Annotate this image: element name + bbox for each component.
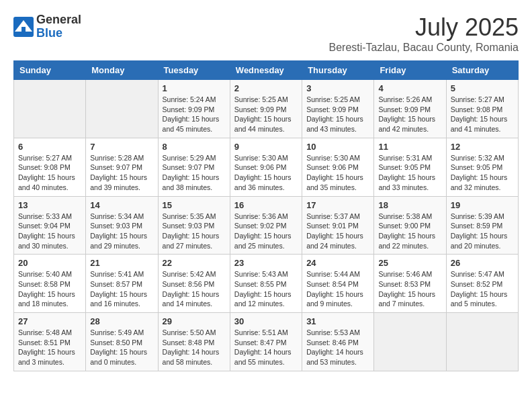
calendar-cell: 3Sunrise: 5:25 AMSunset: 9:09 PMDaylight…	[302, 80, 374, 138]
day-info: Sunrise: 5:39 AMSunset: 8:59 PMDaylight:…	[451, 212, 514, 251]
day-info: Sunrise: 5:48 AMSunset: 8:51 PMDaylight:…	[18, 328, 81, 367]
day-number: 1	[163, 83, 226, 93]
day-number: 29	[163, 316, 226, 326]
calendar-cell: 26Sunrise: 5:47 AMSunset: 8:52 PMDayligh…	[446, 255, 518, 313]
location-title: Beresti-Tazlau, Bacau County, Romania	[328, 42, 519, 54]
calendar-cell: 10Sunrise: 5:30 AMSunset: 9:06 PMDayligh…	[302, 138, 374, 196]
day-info: Sunrise: 5:41 AMSunset: 8:57 PMDaylight:…	[90, 269, 153, 309]
calendar-cell: 1Sunrise: 5:24 AMSunset: 9:09 PMDaylight…	[158, 80, 230, 138]
weekday-header-friday: Friday	[374, 61, 446, 80]
calendar-cell: 22Sunrise: 5:42 AMSunset: 8:56 PMDayligh…	[158, 255, 230, 313]
calendar-cell: 17Sunrise: 5:37 AMSunset: 9:01 PMDayligh…	[302, 196, 374, 255]
day-number: 25	[378, 258, 441, 268]
weekday-header-thursday: Thursday	[302, 61, 374, 80]
day-info: Sunrise: 5:37 AMSunset: 9:01 PMDaylight:…	[306, 212, 369, 251]
calendar-cell: 19Sunrise: 5:39 AMSunset: 8:59 PMDayligh…	[446, 196, 518, 255]
calendar-cell: 21Sunrise: 5:41 AMSunset: 8:57 PMDayligh…	[86, 255, 158, 313]
day-number: 7	[90, 142, 153, 152]
calendar-cell: 20Sunrise: 5:40 AMSunset: 8:58 PMDayligh…	[14, 255, 86, 313]
day-number: 3	[306, 83, 369, 93]
calendar-cell: 2Sunrise: 5:25 AMSunset: 9:09 PMDaylight…	[230, 80, 302, 138]
calendar-cell: 29Sunrise: 5:50 AMSunset: 8:48 PMDayligh…	[158, 313, 230, 371]
day-number: 19	[451, 200, 514, 210]
day-info: Sunrise: 5:43 AMSunset: 8:55 PMDaylight:…	[234, 269, 298, 309]
day-number: 16	[234, 200, 298, 210]
day-number: 9	[234, 142, 298, 152]
calendar-cell: 30Sunrise: 5:51 AMSunset: 8:47 PMDayligh…	[230, 313, 302, 371]
day-info: Sunrise: 5:38 AMSunset: 9:00 PMDaylight:…	[378, 212, 441, 251]
calendar-cell	[86, 80, 158, 138]
day-number: 11	[378, 142, 441, 152]
logo-text: General Blue	[36, 13, 81, 40]
logo-general-text: General	[36, 13, 81, 27]
day-number: 14	[90, 200, 153, 210]
calendar-cell: 31Sunrise: 5:53 AMSunset: 8:46 PMDayligh…	[302, 313, 374, 371]
day-info: Sunrise: 5:28 AMSunset: 9:07 PMDaylight:…	[90, 153, 153, 193]
day-info: Sunrise: 5:30 AMSunset: 9:06 PMDaylight:…	[234, 153, 298, 193]
day-info: Sunrise: 5:25 AMSunset: 9:09 PMDaylight:…	[306, 95, 369, 134]
day-info: Sunrise: 5:46 AMSunset: 8:53 PMDaylight:…	[378, 269, 441, 309]
calendar-cell: 11Sunrise: 5:31 AMSunset: 9:05 PMDayligh…	[374, 138, 446, 196]
day-number: 23	[234, 258, 298, 268]
day-info: Sunrise: 5:32 AMSunset: 9:05 PMDaylight:…	[451, 153, 514, 193]
day-number: 5	[451, 83, 514, 93]
weekday-header-saturday: Saturday	[446, 61, 518, 80]
day-number: 8	[163, 142, 226, 152]
calendar-cell: 12Sunrise: 5:32 AMSunset: 9:05 PMDayligh…	[446, 138, 518, 196]
weekday-header-tuesday: Tuesday	[158, 61, 230, 80]
day-info: Sunrise: 5:30 AMSunset: 9:06 PMDaylight:…	[306, 153, 369, 193]
day-number: 28	[90, 316, 153, 326]
day-number: 24	[306, 258, 369, 268]
day-number: 22	[163, 258, 226, 268]
day-info: Sunrise: 5:42 AMSunset: 8:56 PMDaylight:…	[163, 269, 226, 309]
weekday-header-row: SundayMondayTuesdayWednesdayThursdayFrid…	[14, 61, 519, 80]
day-info: Sunrise: 5:47 AMSunset: 8:52 PMDaylight:…	[451, 269, 514, 309]
header: General Blue July 2025 Beresti-Tazlau, B…	[13, 13, 519, 54]
day-info: Sunrise: 5:51 AMSunset: 8:47 PMDaylight:…	[234, 328, 298, 367]
calendar-table: SundayMondayTuesdayWednesdayThursdayFrid…	[13, 60, 519, 371]
day-number: 17	[306, 200, 369, 210]
day-info: Sunrise: 5:31 AMSunset: 9:05 PMDaylight:…	[378, 153, 441, 193]
day-info: Sunrise: 5:36 AMSunset: 9:02 PMDaylight:…	[234, 212, 298, 251]
day-number: 21	[90, 258, 153, 268]
calendar-cell: 4Sunrise: 5:26 AMSunset: 9:09 PMDaylight…	[374, 80, 446, 138]
day-number: 20	[18, 258, 81, 268]
title-area: July 2025 Beresti-Tazlau, Bacau County, …	[328, 13, 519, 54]
day-info: Sunrise: 5:26 AMSunset: 9:09 PMDaylight:…	[378, 95, 441, 134]
calendar-cell: 14Sunrise: 5:34 AMSunset: 9:03 PMDayligh…	[86, 196, 158, 255]
day-number: 12	[451, 142, 514, 152]
calendar-cell: 24Sunrise: 5:44 AMSunset: 8:54 PMDayligh…	[302, 255, 374, 313]
day-number: 15	[163, 200, 226, 210]
day-info: Sunrise: 5:27 AMSunset: 9:08 PMDaylight:…	[18, 153, 81, 193]
calendar-week-4: 20Sunrise: 5:40 AMSunset: 8:58 PMDayligh…	[14, 255, 519, 313]
calendar-cell	[374, 313, 446, 371]
calendar-cell: 23Sunrise: 5:43 AMSunset: 8:55 PMDayligh…	[230, 255, 302, 313]
calendar-week-2: 6Sunrise: 5:27 AMSunset: 9:08 PMDaylight…	[14, 138, 519, 196]
day-info: Sunrise: 5:27 AMSunset: 9:08 PMDaylight:…	[451, 95, 514, 134]
day-number: 13	[18, 200, 81, 210]
weekday-header-monday: Monday	[86, 61, 158, 80]
day-number: 6	[18, 142, 81, 152]
day-number: 30	[234, 316, 298, 326]
svg-rect-2	[21, 27, 26, 32]
calendar-cell: 18Sunrise: 5:38 AMSunset: 9:00 PMDayligh…	[374, 196, 446, 255]
day-info: Sunrise: 5:33 AMSunset: 9:04 PMDaylight:…	[18, 212, 81, 251]
day-number: 18	[378, 200, 441, 210]
calendar-cell	[446, 313, 518, 371]
day-number: 10	[306, 142, 369, 152]
day-info: Sunrise: 5:40 AMSunset: 8:58 PMDaylight:…	[18, 269, 81, 309]
calendar-cell: 15Sunrise: 5:35 AMSunset: 9:03 PMDayligh…	[158, 196, 230, 255]
calendar-cell: 8Sunrise: 5:29 AMSunset: 9:07 PMDaylight…	[158, 138, 230, 196]
calendar-cell: 28Sunrise: 5:49 AMSunset: 8:50 PMDayligh…	[86, 313, 158, 371]
day-info: Sunrise: 5:50 AMSunset: 8:48 PMDaylight:…	[163, 328, 226, 367]
calendar-cell: 25Sunrise: 5:46 AMSunset: 8:53 PMDayligh…	[374, 255, 446, 313]
calendar-cell: 27Sunrise: 5:48 AMSunset: 8:51 PMDayligh…	[14, 313, 86, 371]
calendar-week-5: 27Sunrise: 5:48 AMSunset: 8:51 PMDayligh…	[14, 313, 519, 371]
day-info: Sunrise: 5:35 AMSunset: 9:03 PMDaylight:…	[163, 212, 226, 251]
month-title: July 2025	[328, 13, 519, 42]
calendar-cell: 9Sunrise: 5:30 AMSunset: 9:06 PMDaylight…	[230, 138, 302, 196]
day-number: 31	[306, 316, 369, 326]
day-number: 27	[18, 316, 81, 326]
day-info: Sunrise: 5:53 AMSunset: 8:46 PMDaylight:…	[306, 328, 369, 367]
calendar-cell: 16Sunrise: 5:36 AMSunset: 9:02 PMDayligh…	[230, 196, 302, 255]
